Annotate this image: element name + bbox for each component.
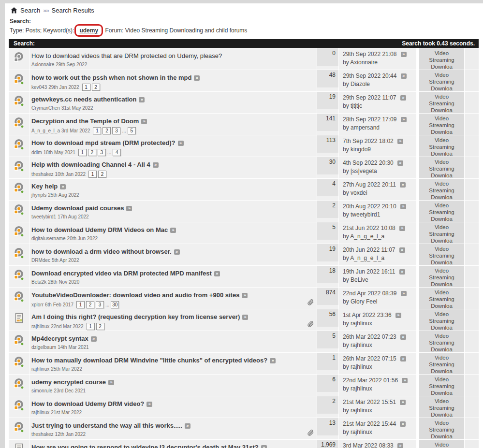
goto-newest-post-icon[interactable]: » <box>108 380 114 385</box>
goto-last-post-icon[interactable]: » <box>399 247 405 253</box>
forum-name-link[interactable]: Video Streaming Downloa <box>426 224 457 244</box>
forum-cell[interactable]: Video Streaming Downloa <box>419 266 464 287</box>
thread-title-link[interactable]: How are you going to respond to widevine… <box>31 444 259 448</box>
thread-author[interactable]: theshakez <box>31 172 54 177</box>
last-post-author[interactable]: by rajhlinux <box>343 363 372 370</box>
thread-title-link[interactable]: How to download Udemy DRM Videos on Mac <box>31 226 168 233</box>
thread-author[interactable]: A_n_g_e_l_a <box>31 128 60 133</box>
last-post-author[interactable]: by Glory Feel <box>343 298 377 305</box>
goto-newest-post-icon[interactable]: » <box>146 402 152 407</box>
forum-cell[interactable]: Video Streaming Downloa <box>419 440 464 448</box>
goto-last-post-icon[interactable]: » <box>400 421 406 427</box>
goto-newest-post-icon[interactable]: » <box>242 293 248 298</box>
last-post-author[interactable]: by rajhlinux <box>343 385 372 392</box>
forum-name-link[interactable]: Video Streaming Downloa <box>426 398 457 418</box>
thread-title-link[interactable]: Help with downloading Channel 4 - All 4 <box>31 161 150 168</box>
goto-last-post-icon[interactable]: » <box>400 400 406 405</box>
forum-cell[interactable]: Video Streaming Downloa <box>419 288 464 309</box>
thread-title-link[interactable]: YoutubeVideoDownloader: download video a… <box>31 291 239 299</box>
goto-last-post-icon[interactable]: » <box>397 160 403 166</box>
thread-author[interactable]: CrymanChen <box>31 105 60 111</box>
breadcrumb-search-results[interactable]: Search Results <box>52 7 94 14</box>
last-post-author[interactable]: by rajhlinux <box>343 407 372 414</box>
last-post-author[interactable]: by ampersand <box>343 124 380 131</box>
goto-newest-post-icon[interactable]: » <box>270 358 276 363</box>
goto-newest-post-icon[interactable]: » <box>242 315 248 320</box>
thread-author[interactable]: jhynpls <box>31 192 46 198</box>
goto-last-post-icon[interactable]: » <box>400 95 406 101</box>
page-number-button[interactable]: 3 <box>98 149 106 156</box>
last-post-author[interactable]: by voxdei <box>343 189 367 196</box>
thread-author[interactable]: tweetybird1 <box>31 214 56 219</box>
goto-last-post-icon[interactable]: » <box>400 204 406 209</box>
thread-title-link[interactable]: How to download videos that are DRM prot… <box>31 52 222 59</box>
home-icon[interactable] <box>11 7 17 14</box>
forum-cell[interactable]: Video Streaming Downloa <box>419 114 464 135</box>
goto-last-post-icon[interactable]: » <box>401 291 407 296</box>
goto-last-post-icon[interactable]: » <box>397 139 403 144</box>
forum-cell[interactable]: Video Streaming Downloa <box>419 222 464 244</box>
forum-name-link[interactable]: Video Streaming Downloa <box>426 72 457 91</box>
forum-name-link[interactable]: Video Streaming Downloa <box>426 268 457 287</box>
forum-name-link[interactable]: Video Streaming Downloa <box>426 159 457 178</box>
thread-title-link[interactable]: udemy encrypted course <box>31 378 106 386</box>
last-post-author[interactable]: by rajhlinux <box>343 342 372 348</box>
thread-title-link[interactable]: how to download a drm video without brow… <box>31 248 172 255</box>
thread-title-link[interactable]: Mp4decrypt syntax <box>31 335 88 342</box>
forum-cell[interactable]: Video Streaming Downloa <box>419 244 464 265</box>
thread-title-link[interactable]: Key help <box>31 183 58 190</box>
goto-last-post-icon[interactable]: » <box>401 73 407 79</box>
goto-newest-post-icon[interactable]: » <box>214 271 220 276</box>
forum-cell[interactable]: Video Streaming Downloa <box>419 135 464 157</box>
keyword-link[interactable]: udemy <box>79 27 98 34</box>
forum-cell[interactable]: Video Streaming Downloa <box>419 201 464 222</box>
goto-newest-post-icon[interactable]: » <box>91 336 97 342</box>
thread-author[interactable]: theshakez <box>31 432 54 437</box>
last-post-author[interactable]: by BeLive <box>343 276 368 283</box>
forum-name-link[interactable]: Video Streaming Downloa <box>426 333 457 352</box>
forum-cell[interactable]: Video Streaming Downloa <box>419 418 464 439</box>
thread-title-link[interactable]: Udemy download paid courses <box>31 204 124 212</box>
goto-last-post-icon[interactable]: » <box>401 117 407 122</box>
goto-last-post-icon[interactable]: » <box>400 334 406 340</box>
page-number-button[interactable]: 2 <box>88 149 96 156</box>
thread-author[interactable]: digitalusername <box>31 236 66 241</box>
forum-cell[interactable]: Video Streaming Downloa <box>419 179 464 200</box>
page-number-button[interactable]: 3 <box>112 127 120 134</box>
page-number-button[interactable]: 1 <box>78 149 87 156</box>
thread-title-link[interactable]: How to manually download DRM Windvine "l… <box>31 357 267 364</box>
thread-author[interactable]: kev043 <box>31 85 47 90</box>
forum-name-link[interactable]: Video Streaming Downloa <box>426 289 457 309</box>
page-number-button[interactable]: 2 <box>96 323 104 330</box>
forum-name-link[interactable]: Video Streaming Downloa <box>426 137 457 157</box>
forum-cell[interactable]: Video Streaming Downloa <box>419 331 464 352</box>
thread-author[interactable]: dzigelbaum <box>31 345 56 350</box>
forum-name-link[interactable]: Video Streaming Downloa <box>426 50 457 70</box>
thread-author[interactable]: Axionnaire <box>31 62 54 67</box>
thread-title-link[interactable]: How to download mpd stream (DRM protecte… <box>31 139 176 146</box>
goto-newest-post-icon[interactable]: » <box>194 75 200 81</box>
attachment-paperclip-icon[interactable] <box>307 429 314 435</box>
last-post-author[interactable]: by tjtjtjc <box>343 102 362 109</box>
page-number-button[interactable]: 3 <box>96 301 104 308</box>
goto-newest-post-icon[interactable]: » <box>185 423 190 429</box>
last-post-author[interactable]: by kingdo9 <box>343 146 371 153</box>
goto-newest-post-icon[interactable]: » <box>126 206 132 211</box>
page-number-button[interactable]: 5 <box>128 127 136 134</box>
goto-newest-post-icon[interactable]: » <box>141 119 147 124</box>
thread-author[interactable]: DRMdec <box>31 258 50 263</box>
thread-author[interactable]: simonrule <box>31 388 52 393</box>
page-number-button[interactable]: 2 <box>102 127 111 134</box>
thread-author[interactable]: ddim <box>31 150 42 155</box>
goto-newest-post-icon[interactable]: » <box>170 228 176 233</box>
last-post-author[interactable]: by Axionnaire <box>343 59 378 66</box>
goto-newest-post-icon[interactable]: » <box>261 445 267 448</box>
forum-cell[interactable]: Video Streaming Downloa <box>419 309 464 331</box>
last-post-author[interactable]: by rajhlinux <box>343 320 372 327</box>
forum-name-link[interactable]: Video Streaming Downloa <box>426 420 457 439</box>
page-number-button[interactable]: 2 <box>98 171 106 178</box>
thread-author[interactable]: rajhlinux <box>31 324 49 329</box>
page-number-button[interactable]: 1 <box>87 323 95 330</box>
attachment-paperclip-icon[interactable] <box>307 299 314 305</box>
forum-cell[interactable]: Video Streaming Downloa <box>419 396 464 418</box>
